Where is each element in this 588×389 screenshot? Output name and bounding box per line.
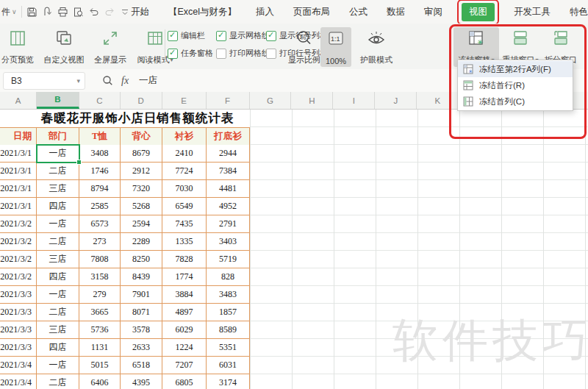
checkbox-print-gridlines[interactable]: 打印网格线 [216,48,270,59]
cell-base-layer[interactable]: 828 [207,268,250,286]
column-header[interactable]: H [291,92,333,109]
file-menu[interactable]: 件∨ [1,6,17,18]
menu-item-freeze-first-row[interactable]: 冻结首行(R) [458,77,573,93]
cell-department[interactable]: 三店 [37,251,79,268]
tab-formulas[interactable]: 公式 [349,6,368,18]
column-header[interactable]: A [0,92,37,109]
cell-date[interactable]: 2021/3/3 [0,321,37,339]
checkbox-formula-bar[interactable]: 编辑栏 [168,30,213,41]
cell-base-layer[interactable]: 3403 [207,233,250,251]
cell-base-layer[interactable]: 3483 [207,286,250,304]
cell-department[interactable]: 二店 [37,374,79,389]
cell-vest[interactable]: 7901 [121,286,162,304]
tab-data[interactable]: 数据 [387,6,405,18]
table-header-cell[interactable]: 部门 [37,128,79,146]
cell-vest[interactable]: 2633 [121,339,162,357]
cell-vest[interactable]: 8071 [121,304,162,321]
cell-tshirt[interactable]: 6406 [79,374,121,389]
cell-tshirt[interactable]: 273 [79,233,121,251]
cell-tshirt[interactable]: 2585 [79,198,121,215]
cell-department[interactable]: 二店 [37,163,79,180]
cell-vest[interactable]: 2594 [121,215,162,233]
cell-vest[interactable]: 4395 [121,374,162,389]
cell-tshirt[interactable]: 5736 [79,321,121,339]
export-pdf-icon[interactable] [42,6,53,18]
cell-tshirt[interactable]: 8794 [79,180,121,198]
print-icon[interactable] [57,6,68,18]
cell-tshirt[interactable]: 7808 [79,251,121,268]
column-header[interactable]: D [121,92,162,109]
cell-base-layer[interactable]: 4481 [207,180,250,198]
cell-vest[interactable]: 8439 [121,268,162,286]
cell-date[interactable]: 2021/3/4 [0,374,37,389]
cell-date[interactable]: 2021/3/1 [0,180,37,198]
cell-base-layer[interactable]: 5719 [207,251,250,268]
menu-item-freeze-first-column[interactable]: 冻结首列(C) [458,93,573,110]
cell-shirt[interactable]: 7030 [162,180,207,198]
full-screen-button[interactable]: 全屏显示 [88,27,132,67]
table-header-cell[interactable]: T恤 [79,128,121,146]
cell-base-layer[interactable]: 3174 [207,374,250,389]
cell-tshirt[interactable]: 3665 [79,304,121,321]
checkbox-task-pane[interactable]: 任务窗格 [168,48,213,59]
tab-page-layout[interactable]: 页面布局 [293,6,330,18]
tab-view[interactable]: 视图 [462,3,495,21]
cell-date[interactable]: 2021/3/3 [0,304,37,321]
save-icon[interactable] [26,6,37,18]
cell-vest[interactable]: 2912 [121,163,162,180]
table-title[interactable]: 春暖花开服饰小店日销售额统计表 [0,110,250,127]
cell-shirt[interactable]: 4897 [162,304,207,321]
cell-shirt[interactable]: 7207 [162,357,207,374]
page-break-preview-button[interactable]: 分页预览 [0,27,40,67]
cell-shirt[interactable]: 6029 [162,321,207,339]
cell-department[interactable]: 一店 [37,286,79,304]
column-header[interactable]: E [162,92,207,109]
formula-input[interactable]: 一店 [139,74,157,87]
tab-review[interactable]: 审阅 [424,6,442,18]
cell-department[interactable]: 二店 [37,233,79,251]
cell-shirt[interactable]: 2410 [162,145,207,163]
tab-excel-finance[interactable]: 【Excel与财务】 [168,6,237,18]
print-preview-icon[interactable] [73,6,84,18]
cell-base-layer[interactable]: 8589 [207,321,250,339]
table-header-cell[interactable]: 打底衫 [207,128,250,146]
zoom-scale-button[interactable]: % 显示比例 [284,27,325,67]
cell-vest[interactable]: 7320 [121,180,162,198]
cell-department[interactable]: 二店 [37,304,79,321]
cell-vest[interactable]: 8679 [121,145,162,163]
cell-vest[interactable]: 8250 [121,251,162,268]
menu-item-freeze-to-row2-colA[interactable]: ✳ 冻结至第2行A列(F) [458,61,573,77]
cell-base-layer[interactable]: 2791 [207,215,250,233]
cell-date[interactable]: 2021/3/2 [0,268,37,286]
cell-department[interactable]: 三店 [37,321,79,339]
redo-icon[interactable] [104,6,115,18]
cell-department[interactable]: 一店 [37,145,79,163]
cell-base-layer[interactable]: 2944 [207,145,250,163]
name-box[interactable]: B3 ▾ [3,72,85,90]
cell-tshirt[interactable]: 3158 [79,268,121,286]
cell-date[interactable]: 2021/3/4 [0,357,37,374]
cell-vest[interactable]: 5268 [121,198,162,215]
cell-date[interactable]: 2021/3/2 [0,251,37,268]
checkbox-show-gridlines[interactable]: 显示网格线 [216,30,270,41]
cell-base-layer[interactable]: 5351 [207,339,250,357]
cell-tshirt[interactable]: 279 [79,286,121,304]
tab-insert[interactable]: 插入 [256,6,274,18]
cell-vest[interactable]: 2289 [121,233,162,251]
cell-base-layer[interactable]: 1857 [207,304,250,321]
cell-base-layer[interactable]: 6031 [207,357,250,374]
magnifier-icon[interactable] [101,74,114,87]
cell-date[interactable]: 2021/3/1 [0,145,37,163]
cell-base-layer[interactable]: 4952 [207,198,250,215]
cell-date[interactable]: 2021/3/2 [0,233,37,251]
cell-tshirt[interactable]: 5015 [79,357,121,374]
cell-tshirt[interactable]: 1746 [79,163,121,180]
insert-function-icon[interactable]: fx [121,75,129,87]
cell-tshirt[interactable]: 1131 [79,339,121,357]
column-header[interactable]: K [417,92,459,109]
cell-date[interactable]: 2021/3/1 [0,198,37,215]
column-header[interactable]: C [79,92,121,109]
undo-icon[interactable] [88,6,99,18]
cell-date[interactable]: 2021/3/3 [0,339,37,357]
cell-base-layer[interactable]: 7384 [207,163,250,180]
